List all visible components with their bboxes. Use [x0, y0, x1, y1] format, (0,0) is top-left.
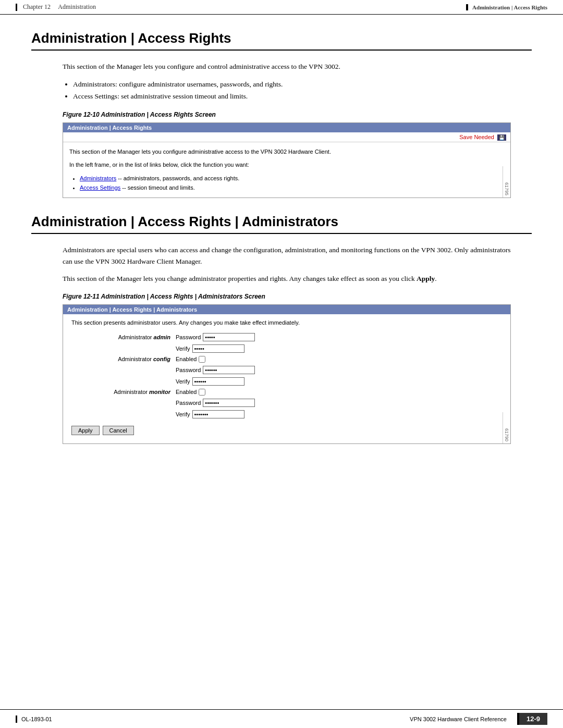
- monitor-verify-input[interactable]: [192, 410, 244, 418]
- footer-center-text: VPN 3002 Hardware Client Reference: [410, 716, 507, 722]
- header-section: Administration: [58, 3, 96, 10]
- admin-verify-row: Verify: [71, 344, 502, 353]
- screenshot1-titlebar: Administration | Access Rights: [63, 123, 510, 132]
- screenshot1-fig-number: 61795: [503, 166, 510, 198]
- footer-page-number: 12-9: [517, 713, 547, 725]
- page-footer: OL-1893-01 VPN 3002 Hardware Client Refe…: [0, 709, 563, 728]
- admin-password-input[interactable]: [203, 333, 255, 341]
- bullet-admin-bold: Administrators: [73, 80, 115, 88]
- config-admin-label: Administrator: [118, 356, 152, 362]
- apply-word: Apply: [417, 275, 435, 282]
- section1: Administration | Access Rights This sect…: [31, 30, 532, 198]
- section1-intro: This section of the Manager lets you con…: [63, 61, 511, 72]
- header-right-text: Administration | Access Rights: [472, 4, 547, 10]
- config-name: config: [153, 356, 170, 362]
- bullet-access-bold: Access Settings: [73, 92, 117, 100]
- admin-verify-label: Verify: [176, 346, 190, 352]
- config-verify-label: Verify: [176, 378, 190, 385]
- bullet-access-settings: Access Settings: set administrative sess…: [73, 91, 511, 103]
- screenshot2-box: Administration | Access Rights | Adminis…: [63, 304, 511, 444]
- main-content: Administration | Access Rights This sect…: [0, 15, 563, 491]
- section1-title: Administration | Access Rights: [31, 30, 532, 51]
- access-settings-link[interactable]: Access Settings: [80, 184, 120, 191]
- section2-para1: Administrators are special users who can…: [63, 244, 511, 267]
- monitor-name: monitor: [149, 389, 170, 395]
- admin-label: Administrator admin: [71, 334, 176, 340]
- admin-verify-input[interactable]: [192, 344, 244, 353]
- bullet-access-text: : set administrative session timeout and…: [117, 92, 248, 100]
- admin-password-label: Password: [176, 334, 201, 340]
- header-separator: [16, 4, 17, 11]
- form-note: This section presents administrator user…: [71, 319, 502, 326]
- monitor-enabled-row: Administrator monitor Enabled: [71, 389, 502, 396]
- admin-password-row: Administrator admin Password: [71, 333, 502, 341]
- monitor-admin-label: Administrator: [114, 389, 148, 395]
- screenshot1-line1: This section of the Manager lets you con…: [69, 147, 504, 157]
- screenshot1-link-administrators: Administrators -- administrators, passwo…: [80, 174, 504, 183]
- footer-left: OL-1893-01: [16, 715, 179, 723]
- config-password-input[interactable]: [203, 366, 255, 374]
- config-verify-row: Verify: [71, 377, 502, 386]
- save-needed-text: Save Needed: [459, 134, 494, 140]
- page-header: Chapter 12 Administration Administration…: [0, 0, 563, 15]
- screenshot1-link-access-settings: Access Settings -- session timeout and l…: [80, 183, 504, 193]
- footer-center: VPN 3002 Hardware Client Reference: [179, 716, 507, 722]
- footer-left-text: OL-1893-01: [21, 716, 52, 722]
- monitor-label: Administrator monitor: [71, 389, 176, 395]
- header-left: Chapter 12 Administration: [16, 3, 466, 11]
- cancel-button[interactable]: Cancel: [103, 426, 134, 435]
- link2-text: -- session timeout and limits.: [120, 184, 194, 191]
- screenshot2-fig-number: 61790: [503, 412, 510, 443]
- config-enabled-label: Enabled: [176, 356, 197, 362]
- screenshot2-body: This section presents administrator user…: [63, 314, 510, 443]
- header-chapter: Chapter 12: [23, 3, 51, 10]
- config-label: Administrator config: [71, 356, 176, 362]
- config-password-label: Password: [176, 367, 201, 373]
- config-enabled-row: Administrator config Enabled: [71, 356, 502, 363]
- form-buttons: Apply Cancel: [71, 426, 502, 438]
- screenshot1-body: This section of the Manager lets you con…: [63, 142, 510, 198]
- config-enabled-checkbox[interactable]: [199, 356, 205, 363]
- section2: Administration | Access Rights | Adminis…: [31, 214, 532, 444]
- section1-bullets: Administrators: configure administrator …: [73, 79, 511, 103]
- screenshot2-titlebar: Administration | Access Rights | Adminis…: [63, 305, 510, 314]
- footer-separator: [16, 715, 17, 723]
- figure2-caption: Figure 12-11 Administration | Access Rig…: [63, 293, 532, 300]
- link1-text: -- administrators, passwords, and access…: [116, 175, 239, 181]
- administrators-link[interactable]: Administrators: [80, 175, 116, 181]
- monitor-password-label: Password: [176, 400, 201, 406]
- admin-admin-label: Administrator: [118, 334, 152, 340]
- screenshot1-line2: In the left frame, or in the list of lin…: [69, 161, 504, 170]
- monitor-password-input[interactable]: [203, 399, 255, 407]
- screenshot1-box: Administration | Access Rights Save Need…: [63, 122, 511, 198]
- monitor-enabled-checkbox[interactable]: [199, 389, 205, 396]
- monitor-enabled-label: Enabled: [176, 389, 197, 395]
- config-password-row: Password: [71, 366, 502, 374]
- figure1-caption: Figure 12-10 Administration | Access Rig…: [63, 111, 532, 118]
- monitor-verify-label: Verify: [176, 411, 190, 417]
- monitor-verify-row: Verify: [71, 410, 502, 418]
- header-right: Administration | Access Rights: [466, 4, 547, 10]
- admin-name: admin: [154, 334, 170, 340]
- bullet-admin-text: : configure administrator usernames, pas…: [115, 80, 283, 88]
- section2-para2: This section of the Manager lets you cha…: [63, 273, 511, 285]
- screenshot1-links: Administrators -- administrators, passwo…: [80, 174, 504, 192]
- bullet-administrators: Administrators: configure administrator …: [73, 79, 511, 91]
- config-verify-input[interactable]: [192, 377, 244, 386]
- section2-title: Administration | Access Rights | Adminis…: [31, 214, 532, 234]
- save-icon: 💾: [497, 134, 506, 141]
- apply-button[interactable]: Apply: [71, 426, 100, 435]
- monitor-password-row: Password: [71, 399, 502, 407]
- screenshot1-save-needed: Save Needed 💾: [63, 132, 510, 142]
